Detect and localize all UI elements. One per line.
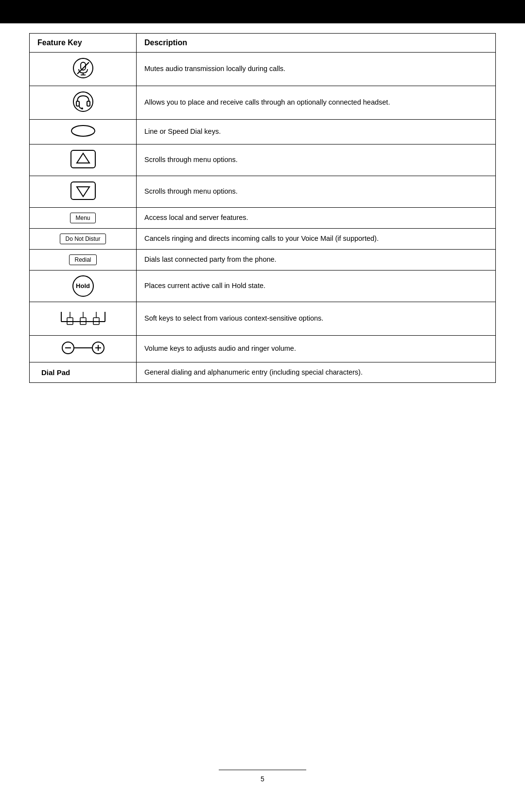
- oval-icon: [70, 125, 96, 137]
- page-number: 5: [0, 775, 525, 783]
- up-arrow-icon: [70, 149, 96, 169]
- svg-point-9: [71, 126, 95, 136]
- svg-rect-7: [87, 101, 90, 106]
- desc-cell-headset: Allows you to place and receive calls th…: [137, 86, 496, 120]
- key-cell-volume: [30, 336, 137, 362]
- desc-cell-softkeys: Soft keys to select from various context…: [137, 302, 496, 336]
- page-container: Feature Key Description: [0, 0, 525, 812]
- dnd-button-icon: Do Not Distur: [60, 234, 105, 244]
- top-black-bar: [0, 0, 525, 23]
- table-row: Scrolls through menu options.: [30, 176, 496, 208]
- key-cell-oval: [30, 120, 137, 144]
- headset-icon: [72, 91, 94, 112]
- key-cell-down-arrow: [30, 176, 137, 208]
- svg-marker-13: [77, 187, 89, 197]
- table-row: Soft keys to select from various context…: [30, 302, 496, 336]
- key-cell-redial: Redial: [30, 250, 137, 271]
- redial-button-icon: Redial: [69, 254, 96, 265]
- desc-cell-oval: Line or Speed Dial keys.: [137, 120, 496, 144]
- svg-line-4: [77, 62, 89, 74]
- table-row: Scrolls through menu options.: [30, 144, 496, 176]
- table-row: Redial Dials last connected party from t…: [30, 250, 496, 271]
- key-cell-mute: [30, 53, 137, 86]
- desc-cell-dialpad: General dialing and alphanumeric entry (…: [137, 362, 496, 383]
- hold-circle-icon: Hold: [72, 275, 94, 297]
- mute-icon: [72, 57, 94, 79]
- dialpad-label: Dial Pad: [41, 368, 70, 377]
- table-row: Hold Places current active call in Hold …: [30, 271, 496, 302]
- svg-marker-11: [77, 153, 89, 163]
- feature-key-table: Feature Key Description: [29, 33, 496, 383]
- desc-cell-volume: Volume keys to adjusts audio and ringer …: [137, 336, 496, 362]
- desc-cell-redial: Dials last connected party from the phon…: [137, 250, 496, 271]
- desc-cell-mute: Mutes audio transmission locally during …: [137, 53, 496, 86]
- table-row: Volume keys to adjusts audio and ringer …: [30, 336, 496, 362]
- key-cell-hold: Hold: [30, 271, 137, 302]
- col-header-feature-key: Feature Key: [30, 34, 137, 53]
- table-wrapper: Feature Key Description: [29, 33, 496, 383]
- key-cell-dnd: Do Not Distur: [30, 229, 137, 250]
- table-row: Do Not Distur Cancels ringing and direct…: [30, 229, 496, 250]
- page-footer: 5: [0, 767, 525, 783]
- menu-button-icon: Menu: [70, 213, 95, 223]
- softkeys-icon: [56, 307, 110, 328]
- desc-cell-menu: Access local and server features.: [137, 208, 496, 229]
- desc-cell-down-arrow: Scrolls through menu options.: [137, 176, 496, 208]
- footer-divider: [219, 770, 306, 770]
- table-row: Menu Access local and server features.: [30, 208, 496, 229]
- key-cell-headset: [30, 86, 137, 120]
- key-cell-softkeys: [30, 302, 137, 336]
- svg-point-8: [81, 108, 83, 109]
- col-header-description: Description: [137, 34, 496, 53]
- key-cell-menu: Menu: [30, 208, 137, 229]
- table-row: Mutes audio transmission locally during …: [30, 53, 496, 86]
- table-row: Line or Speed Dial keys.: [30, 120, 496, 144]
- desc-cell-dnd: Cancels ringing and directs incoming cal…: [137, 229, 496, 250]
- table-row: Allows you to place and receive calls th…: [30, 86, 496, 120]
- down-arrow-icon: [70, 181, 96, 200]
- key-cell-dialpad: Dial Pad: [30, 362, 137, 383]
- table-row: Dial Pad General dialing and alphanumeri…: [30, 362, 496, 383]
- desc-cell-hold: Places current active call in Hold state…: [137, 271, 496, 302]
- svg-rect-6: [76, 101, 79, 106]
- volume-icon: [61, 341, 105, 355]
- key-cell-up-arrow: [30, 144, 137, 176]
- desc-cell-up-arrow: Scrolls through menu options.: [137, 144, 496, 176]
